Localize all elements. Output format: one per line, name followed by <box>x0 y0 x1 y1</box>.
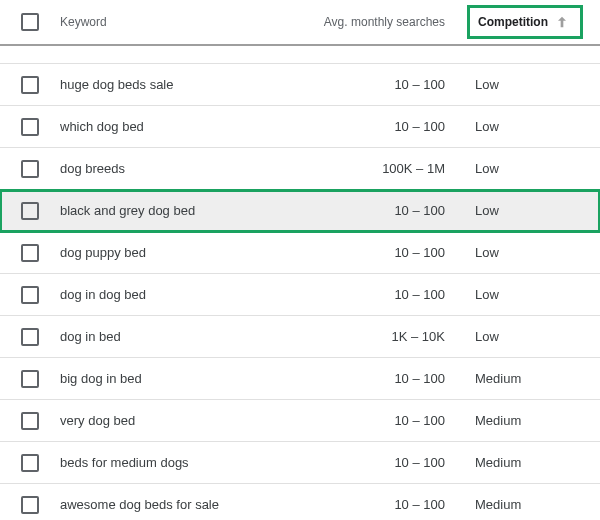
row-competition: Medium <box>465 371 600 386</box>
row-searches: 10 – 100 <box>270 287 465 302</box>
row-searches: 10 – 100 <box>270 119 465 134</box>
row-searches: 10 – 100 <box>270 203 465 218</box>
row-checkbox[interactable] <box>21 370 39 388</box>
column-header-keyword[interactable]: Keyword <box>60 15 270 29</box>
table-row[interactable]: huge dog beds sale10 – 100Low <box>0 64 600 106</box>
row-searches: 1K – 10K <box>270 329 465 344</box>
row-competition: Low <box>465 161 600 176</box>
row-checkbox-cell <box>0 454 60 472</box>
table-row[interactable]: dog in bed1K – 10KLow <box>0 316 600 358</box>
row-checkbox-cell <box>0 496 60 514</box>
column-header-competition: Competition <box>478 15 548 29</box>
keyword-table: Keyword Avg. monthly searches Competitio… <box>0 0 600 520</box>
row-checkbox-cell <box>0 202 60 220</box>
table-row[interactable]: dog breeds100K – 1MLow <box>0 148 600 190</box>
table-row[interactable]: big dog in bed10 – 100Medium <box>0 358 600 400</box>
column-header-competition-cell[interactable]: Competition <box>465 5 600 39</box>
row-searches: 10 – 100 <box>270 77 465 92</box>
row-competition: Low <box>465 77 600 92</box>
row-competition: Low <box>465 329 600 344</box>
row-searches: 100K – 1M <box>270 161 465 176</box>
row-searches: 10 – 100 <box>270 371 465 386</box>
table-row[interactable]: beds for medium dogs10 – 100Medium <box>0 442 600 484</box>
row-keyword: huge dog beds sale <box>60 77 270 92</box>
row-searches: 10 – 100 <box>270 413 465 428</box>
row-competition: Medium <box>465 455 600 470</box>
row-keyword: dog in dog bed <box>60 287 270 302</box>
row-keyword: dog breeds <box>60 161 270 176</box>
row-competition: Low <box>465 287 600 302</box>
row-checkbox[interactable] <box>21 160 39 178</box>
row-competition: Low <box>465 245 600 260</box>
table-row[interactable]: very dog bed10 – 100Medium <box>0 400 600 442</box>
row-checkbox[interactable] <box>21 202 39 220</box>
table-header-row: Keyword Avg. monthly searches Competitio… <box>0 0 600 46</box>
row-checkbox[interactable] <box>21 244 39 262</box>
table-row[interactable]: awesome dog beds for sale10 – 100Medium <box>0 484 600 520</box>
row-keyword: black and grey dog bed <box>60 203 270 218</box>
row-checkbox-cell <box>0 160 60 178</box>
row-checkbox-cell <box>0 118 60 136</box>
select-all-cell <box>0 13 60 31</box>
row-checkbox-cell <box>0 412 60 430</box>
row-competition: Low <box>465 203 600 218</box>
row-searches: 10 – 100 <box>270 455 465 470</box>
row-checkbox[interactable] <box>21 118 39 136</box>
row-checkbox[interactable] <box>21 328 39 346</box>
row-competition: Medium <box>465 413 600 428</box>
sort-ascending-icon <box>554 14 570 30</box>
row-checkbox[interactable] <box>21 286 39 304</box>
row-keyword: dog in bed <box>60 329 270 344</box>
row-checkbox-cell <box>0 244 60 262</box>
table-row[interactable]: dog in dog bed10 – 100Low <box>0 274 600 316</box>
row-checkbox-cell <box>0 76 60 94</box>
row-competition: Medium <box>465 497 600 512</box>
row-checkbox-cell <box>0 286 60 304</box>
column-header-competition-highlight: Competition <box>467 5 583 39</box>
row-checkbox[interactable] <box>21 76 39 94</box>
table-row[interactable]: dog puppy bed10 – 100Low <box>0 232 600 274</box>
row-checkbox-cell <box>0 370 60 388</box>
table-spacer <box>0 46 600 64</box>
row-keyword: big dog in bed <box>60 371 270 386</box>
row-keyword: dog puppy bed <box>60 245 270 260</box>
column-header-searches[interactable]: Avg. monthly searches <box>270 15 465 29</box>
table-row[interactable]: which dog bed10 – 100Low <box>0 106 600 148</box>
table-row[interactable]: black and grey dog bed10 – 100Low <box>0 190 600 232</box>
row-keyword: beds for medium dogs <box>60 455 270 470</box>
row-checkbox[interactable] <box>21 496 39 514</box>
row-checkbox-cell <box>0 328 60 346</box>
row-keyword: awesome dog beds for sale <box>60 497 270 512</box>
row-checkbox[interactable] <box>21 412 39 430</box>
row-checkbox[interactable] <box>21 454 39 472</box>
row-searches: 10 – 100 <box>270 245 465 260</box>
select-all-checkbox[interactable] <box>21 13 39 31</box>
row-keyword: which dog bed <box>60 119 270 134</box>
row-searches: 10 – 100 <box>270 497 465 512</box>
row-keyword: very dog bed <box>60 413 270 428</box>
row-competition: Low <box>465 119 600 134</box>
